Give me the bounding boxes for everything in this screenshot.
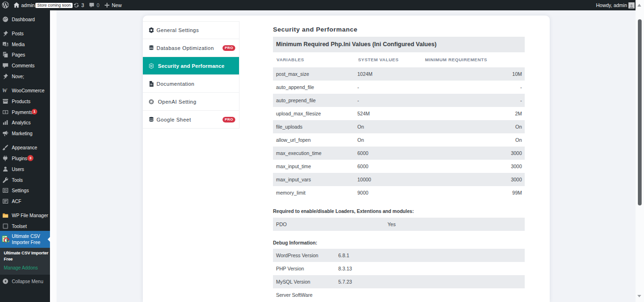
svg-text:W: W [2,88,8,94]
